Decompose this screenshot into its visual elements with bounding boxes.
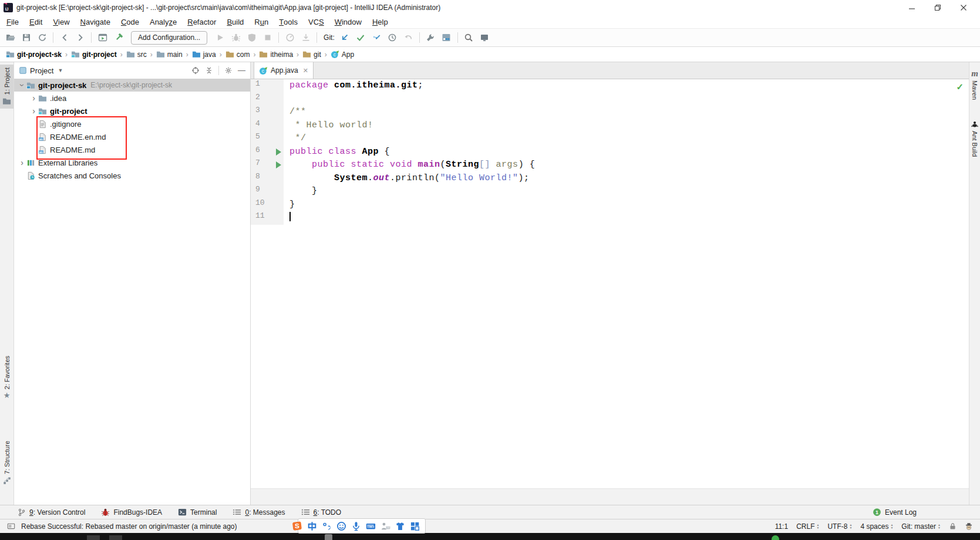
debug-bug-button[interactable] [228, 30, 244, 45]
open-project-button[interactable] [2, 30, 18, 45]
run-play-button[interactable] [212, 30, 228, 45]
project-view-dropdown[interactable]: Project ▼ [19, 66, 63, 75]
menu-item-navigate[interactable]: Navigate [75, 15, 116, 28]
maximize-restore-button[interactable] [925, 1, 951, 15]
git-branch[interactable]: Git: master▲▼ [901, 522, 941, 531]
rollback-button[interactable] [400, 30, 416, 45]
close-button[interactable] [951, 1, 976, 15]
build-hammer-button[interactable] [110, 30, 126, 45]
chinese-mode-icon[interactable] [307, 521, 317, 531]
run-gutter-icon[interactable] [276, 148, 281, 156]
stripe-tab-maven[interactable]: mMaven [969, 69, 980, 100]
tab-close-icon[interactable]: ✕ [303, 67, 308, 75]
stripe-tab-1-project[interactable]: 1: Project [0, 65, 14, 109]
stripe-tab-2-favorites[interactable]: 2: Favorites★ [0, 353, 14, 402]
run-anything-button[interactable] [95, 30, 110, 45]
tree-row-readme-md[interactable]: MDREADME.md [14, 143, 250, 156]
save-all-button[interactable] [18, 30, 34, 45]
breadcrumb-item-git-project[interactable]: git-project [71, 50, 117, 59]
tree-row-git-project-sk[interactable]: ›git-project-skE:\project-sk\git-project… [14, 79, 250, 92]
run-coverage-button[interactable] [244, 30, 260, 45]
settings-wrench-button[interactable] [423, 30, 439, 45]
stop-square-button[interactable] [260, 30, 275, 45]
breadcrumb-item-app[interactable]: cApp [331, 50, 354, 59]
soft-keyboard-icon[interactable] [365, 521, 376, 531]
tree-expander-icon[interactable]: › [18, 81, 27, 90]
menu-item-vcs[interactable]: VCS [303, 15, 329, 28]
synchronize-button[interactable] [34, 30, 50, 45]
back-arrow-button[interactable] [56, 30, 72, 45]
toolwindow-button-6-todo[interactable]: 6: TODO [301, 508, 342, 517]
breadcrumb-item-main[interactable]: main [156, 50, 183, 59]
toolwindow-button-terminal[interactable]: Terminal [178, 508, 217, 517]
breadcrumb-item-com[interactable]: com [225, 50, 250, 59]
file-encoding[interactable]: UTF-8▲▼ [827, 522, 852, 531]
punctuation-icon[interactable] [321, 521, 332, 531]
menu-item-window[interactable]: Window [329, 15, 367, 28]
toolwindow-switcher-icon[interactable] [7, 522, 15, 531]
stripe-tab-7-structure[interactable]: 7: Structure [0, 438, 14, 488]
settings-gear-button[interactable] [224, 66, 233, 75]
minimize-button[interactable] [899, 1, 925, 15]
highlighting-level-icon[interactable] [965, 522, 973, 531]
tree-row-git-project[interactable]: ›git-project [14, 104, 250, 117]
tree-row-external-libraries[interactable]: ›External Libraries [14, 156, 250, 169]
menu-item-edit[interactable]: Edit [24, 15, 48, 28]
code-editor[interactable]: ✓ 1package com.itheima.git;23/**4 * Hell… [251, 79, 969, 505]
collapse-all-button[interactable] [205, 66, 213, 75]
tree-expander-icon[interactable]: › [29, 106, 38, 116]
menu-item-run[interactable]: Run [249, 15, 274, 28]
breadcrumb-item-git[interactable]: git [302, 50, 321, 59]
git-commit-icon [356, 33, 365, 42]
toolwindow-button-findbugs-idea[interactable]: FindBugs-IDEA [101, 508, 162, 517]
breadcrumb-item-src[interactable]: src [126, 50, 147, 59]
screen-monitor-button[interactable] [477, 30, 493, 45]
menu-item-refactor[interactable]: Refactor [182, 15, 221, 28]
toolwindow-button-0-messages[interactable]: 0: Messages [233, 508, 285, 517]
tree-row-gitignore[interactable]: .gitignore [14, 117, 250, 130]
status-message[interactable]: Rebase Successful: Rebased master on ori… [21, 522, 237, 531]
stripe-tab-ant-build[interactable]: Ant Build [969, 120, 980, 157]
locate-file-button[interactable] [191, 66, 200, 75]
menu-item-code[interactable]: Code [116, 15, 144, 28]
readonly-lock-icon[interactable] [949, 522, 957, 530]
emoji-icon[interactable] [336, 521, 346, 531]
breadcrumb-item-java[interactable]: java [192, 50, 216, 59]
tree-row-scratches-and-consoles[interactable]: Scratches and Consoles [14, 169, 250, 182]
code-line: 8 System.out.println("Hello World!"); [251, 172, 969, 185]
project-structure-button[interactable] [439, 30, 454, 45]
menu-item-analyze[interactable]: Analyze [144, 15, 182, 28]
event-log-button[interactable]: 1Event Log [873, 508, 917, 517]
tree-expander-icon[interactable]: › [29, 93, 38, 103]
sogou-logo-icon[interactable]: S [292, 521, 302, 531]
git-update-button[interactable] [337, 30, 353, 45]
skin-tshirt-icon[interactable] [395, 521, 405, 531]
git-commit-button[interactable] [353, 30, 369, 45]
menu-item-view[interactable]: View [48, 15, 75, 28]
forward-arrow-button[interactable] [72, 30, 88, 45]
indent-style[interactable]: 4 spaces▲▼ [860, 522, 893, 531]
toolbox-grid-icon[interactable] [409, 521, 420, 531]
add-configuration-button[interactable]: Add Configuration... [131, 31, 207, 45]
tree-expander-icon[interactable]: › [18, 158, 26, 167]
tab-app-java[interactable]: c App.java ✕ [254, 62, 314, 79]
menu-item-help[interactable]: Help [367, 15, 393, 28]
toolwindow-button-9-version-control[interactable]: 9: Version Control [18, 508, 85, 517]
attach-download-button[interactable] [298, 30, 314, 45]
caret-position[interactable]: 11:1 [775, 522, 788, 531]
tree-row-idea[interactable]: ›.idea [14, 92, 250, 104]
menu-item-file[interactable]: File [1, 15, 24, 28]
input-stats-icon[interactable]: 14 [380, 521, 390, 531]
menu-item-tools[interactable]: Tools [274, 15, 303, 28]
menu-item-build[interactable]: Build [221, 15, 249, 28]
run-gutter-icon[interactable] [276, 161, 281, 168]
breadcrumb-item-git-project-sk[interactable]: git-project-sk [6, 50, 62, 59]
tree-row-readme-en-md[interactable]: MDREADME.en.md [14, 130, 250, 143]
git-push-button[interactable] [369, 30, 385, 45]
microphone-icon[interactable] [351, 521, 361, 531]
history-clock-button[interactable] [385, 30, 400, 45]
profiler-button[interactable] [282, 30, 298, 45]
search-everywhere-button[interactable] [461, 30, 477, 45]
line-separator[interactable]: CRLF▲▼ [796, 522, 819, 531]
breadcrumb-item-itheima[interactable]: itheima [259, 50, 293, 59]
